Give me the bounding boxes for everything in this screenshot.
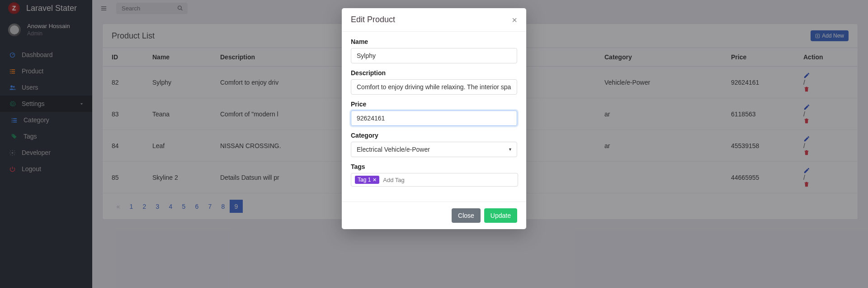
description-input[interactable] bbox=[351, 79, 517, 95]
tag-add-field[interactable] bbox=[383, 177, 514, 183]
tags-input[interactable]: Tag 1 ✕ bbox=[351, 173, 518, 187]
category-label: Category bbox=[351, 132, 517, 139]
tag-remove-icon[interactable]: ✕ bbox=[373, 177, 377, 183]
name-label: Name bbox=[351, 38, 517, 45]
modal-title: Edit Product bbox=[351, 15, 395, 24]
close-icon[interactable]: × bbox=[512, 15, 517, 24]
update-button[interactable]: Update bbox=[484, 208, 517, 223]
price-label: Price bbox=[351, 101, 517, 108]
close-button[interactable]: Close bbox=[452, 208, 481, 223]
edit-product-modal: Edit Product × Name Description Price Ca… bbox=[342, 8, 526, 229]
description-label: Description bbox=[351, 69, 517, 77]
name-input[interactable] bbox=[351, 48, 517, 63]
price-input[interactable] bbox=[351, 110, 517, 126]
category-select[interactable] bbox=[351, 142, 517, 157]
modal-overlay[interactable]: Edit Product × Name Description Price Ca… bbox=[0, 0, 868, 288]
tags-label: Tags bbox=[351, 163, 517, 170]
tag-chip-label: Tag 1 bbox=[358, 177, 371, 183]
tag-chip: Tag 1 ✕ bbox=[355, 176, 379, 184]
